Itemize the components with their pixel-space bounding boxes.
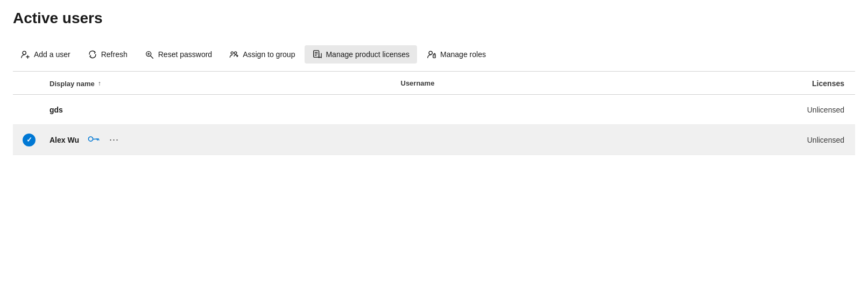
table-row-selected[interactable]: ✓ Alex Wu	[13, 125, 855, 155]
display-name-alexwu: Alex Wu	[50, 136, 79, 144]
refresh-button[interactable]: Refresh	[80, 45, 135, 64]
manage-roles-label: Manage roles	[440, 50, 486, 59]
column-header-display-name[interactable]: Display name ↑	[45, 77, 397, 90]
add-user-icon	[20, 50, 30, 59]
checkmark-icon: ✓	[26, 136, 32, 144]
svg-point-3	[231, 52, 234, 54]
manage-roles-icon	[427, 50, 436, 59]
add-user-label: Add a user	[34, 50, 70, 59]
svg-line-2	[151, 56, 153, 59]
cell-license-alexwu: Unlicensed	[747, 130, 855, 150]
display-name-gds: gds	[50, 106, 63, 114]
svg-point-4	[235, 52, 237, 54]
row-checkbox-alexwu[interactable]: ✓	[13, 128, 45, 152]
key-icon	[84, 130, 103, 149]
svg-point-8	[434, 56, 434, 57]
selected-checkbox[interactable]: ✓	[23, 134, 36, 146]
manage-licenses-label: Manage product licenses	[326, 50, 410, 59]
assign-group-label: Assign to group	[243, 50, 295, 59]
svg-point-0	[23, 51, 26, 54]
table: Display name ↑ Username Licenses gds Unl…	[13, 72, 855, 155]
cell-display-name-gds: gds	[45, 100, 397, 120]
manage-roles-button[interactable]: Manage roles	[419, 45, 493, 64]
cell-license-gds: Unlicensed	[747, 100, 855, 120]
table-header: Display name ↑ Username Licenses	[13, 72, 855, 95]
reset-password-button[interactable]: Reset password	[137, 45, 220, 64]
cell-username-gds	[397, 104, 748, 115]
cell-display-name-alexwu: Alex Wu ···	[45, 125, 397, 155]
more-actions-button[interactable]: ···	[106, 132, 122, 148]
row-checkbox-gds[interactable]	[13, 104, 45, 115]
reset-password-label: Reset password	[158, 50, 212, 59]
ellipsis-icon: ···	[109, 134, 119, 145]
table-row[interactable]: gds Unlicensed	[13, 95, 855, 125]
refresh-label: Refresh	[101, 50, 128, 59]
svg-point-6	[429, 51, 432, 54]
assign-group-button[interactable]: Assign to group	[222, 45, 302, 64]
refresh-icon	[88, 50, 97, 59]
display-name-label: Display name	[50, 80, 95, 88]
page-title: Active users	[13, 10, 855, 27]
row-actions-alexwu: ···	[84, 130, 122, 149]
page-container: Active users Add a user	[0, 0, 868, 155]
manage-licenses-icon	[312, 50, 322, 59]
assign-group-icon	[229, 50, 239, 59]
cell-username-alexwu	[397, 135, 748, 145]
add-user-button[interactable]: Add a user	[13, 45, 78, 64]
column-header-licenses[interactable]: Licenses	[747, 77, 855, 90]
sort-asc-icon: ↑	[98, 80, 101, 87]
toolbar: Add a user Refresh	[13, 38, 855, 72]
column-header-select	[13, 77, 45, 90]
reset-password-row-button[interactable]	[84, 130, 103, 149]
svg-line-10	[93, 136, 98, 142]
column-header-username[interactable]: Username	[397, 77, 748, 90]
manage-licenses-button[interactable]: Manage product licenses	[305, 45, 417, 64]
reset-password-icon	[145, 50, 154, 59]
